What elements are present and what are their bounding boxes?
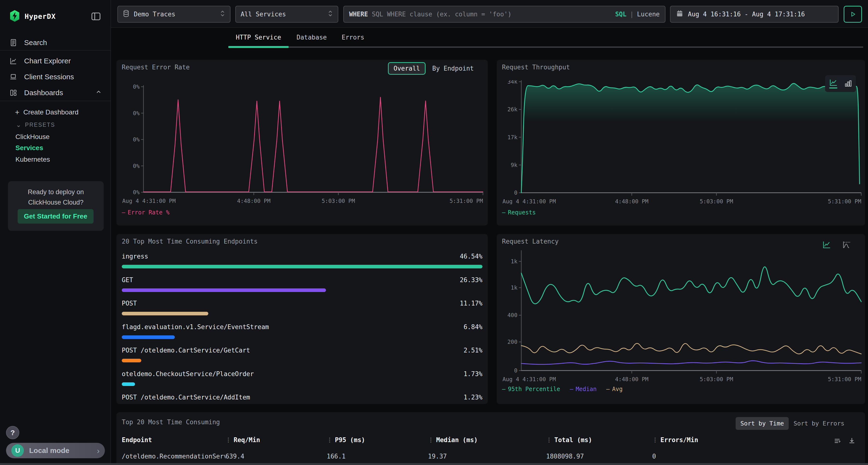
service-select[interactable]: All Services (235, 6, 338, 23)
svg-text:17k: 17k (507, 134, 518, 140)
run-query-button[interactable] (844, 6, 862, 23)
error-rate-chart[interactable]: 0%0%0%0%0%Aug 4 4:31:00 PM4:48:00 PM5:03… (122, 84, 484, 204)
svg-text:4:48:00 PM: 4:48:00 PM (237, 198, 270, 204)
where-placeholder: SQL WHERE clause (ex. column = 'foo') (372, 10, 512, 18)
legend-item[interactable]: —95th Percentile (502, 386, 560, 393)
chart-type-toolbar (825, 75, 856, 92)
get-started-button[interactable]: Get Started for Free (18, 209, 94, 224)
endpoints-list: ingress 46.54% GET 26.33% POST 11.17% fl… (122, 251, 483, 404)
create-dashboard-button[interactable]: + Create Dashboard (0, 106, 111, 119)
chart-explorer-icon (9, 57, 18, 65)
legend-dash-icon: — (122, 209, 125, 216)
svg-text:26k: 26k (507, 106, 518, 112)
preset-link-label: Kubernetes (16, 156, 50, 163)
panel-title: Top 20 Most Time Consuming (122, 419, 220, 426)
tab-errors[interactable]: Errors (342, 34, 364, 44)
preset-link-label: ClickHouse (16, 133, 50, 141)
database-icon (123, 10, 129, 19)
endpoint-bar (122, 312, 208, 315)
sidebar-item-chart-explorer[interactable]: Chart Explorer (0, 54, 111, 68)
sort-by-time-button[interactable]: Sort by Time (736, 417, 789, 430)
legend-item[interactable]: —Requests (502, 209, 536, 216)
mode-divider: | (630, 10, 633, 18)
table-header-cell[interactable]: ⋮Total (ms) (546, 436, 652, 443)
latency-chart[interactable]: 1k1k4002000Aug 4 4:31:00 PM4:48:00 PM5:0… (502, 248, 864, 383)
lucene-mode-toggle[interactable]: Lucene (637, 10, 660, 18)
table-header-cell[interactable]: Endpoint (122, 436, 225, 443)
select-updown-icon (328, 9, 333, 19)
sidebar-item-search[interactable]: Search (0, 36, 111, 49)
sql-mode-toggle[interactable]: SQL (615, 10, 626, 18)
table-header-cell[interactable]: ⋮Median (ms) (428, 436, 546, 443)
local-mode-button[interactable]: U Local mode › (6, 443, 105, 458)
legend-dash-icon: — (606, 386, 610, 393)
svg-text:0%: 0% (133, 163, 140, 169)
endpoint-bar (122, 383, 135, 386)
sidebar-item-dashboards[interactable]: Dashboards (0, 86, 111, 100)
throughput-chart[interactable]: 34k26k17k9k0Aug 4 4:31:00 PM4:48:00 PM5:… (502, 80, 864, 204)
bar-chart-toggle-button[interactable] (844, 80, 852, 88)
where-input[interactable]: WHERE SQL WHERE clause (ex. column = 'fo… (343, 6, 665, 23)
histogram-toggle-button[interactable] (842, 241, 851, 249)
endpoint-list-item[interactable]: POST /oteldemo.CartService/GetCart 2.51% (122, 345, 483, 369)
sidebar-item-kubernetes[interactable]: Kubernetes (0, 153, 111, 166)
endpoint-list-item[interactable]: POST /oteldemo.CartService/AddItem 1.23% (122, 392, 483, 404)
column-drag-icon[interactable]: ⋮ (327, 437, 333, 443)
sidebar-item-label: Client Sessions (24, 73, 74, 81)
presets-toggle[interactable]: ⌄ PRESETS (0, 119, 111, 131)
active-chart-type-indicator (829, 88, 837, 89)
overall-toggle-button[interactable]: Overall (388, 62, 426, 75)
endpoint-list-item[interactable]: flagd.evaluation.v1.Service/EventStream … (122, 322, 483, 345)
sidebar-item-client-sessions[interactable]: Client Sessions (0, 70, 111, 84)
tab-database[interactable]: Database (297, 34, 327, 44)
sidebar-divider (0, 101, 111, 101)
table-header-cell[interactable]: ⋮Req/Min (225, 436, 327, 443)
user-avatar: U (11, 444, 24, 457)
sort-by-errors-button[interactable]: Sort by Errors (789, 417, 849, 430)
svg-text:0%: 0% (133, 84, 140, 90)
tab-track-line (289, 46, 863, 48)
time-range-picker[interactable]: Aug 4 16:31:16 - Aug 4 17:31:16 (670, 6, 839, 23)
endpoint-list-item[interactable]: GET 26.33% (122, 275, 483, 299)
sidebar-collapse-icon[interactable] (91, 11, 101, 23)
endpoint-bar (122, 335, 175, 339)
column-drag-icon[interactable]: ⋮ (225, 437, 231, 443)
column-drag-icon[interactable]: ⋮ (428, 437, 434, 443)
column-drag-icon[interactable]: ⋮ (546, 437, 552, 443)
by-endpoint-toggle-button[interactable]: By Endpoint (432, 65, 474, 72)
endpoint-list-item[interactable]: ingress 46.54% (122, 251, 483, 275)
svg-text:5:31:00 PM: 5:31:00 PM (828, 198, 861, 204)
legend-item[interactable]: —Median (570, 386, 596, 393)
horizontal-scrollbar[interactable] (0, 463, 868, 465)
sidebar-item-clickhouse[interactable]: ClickHouse (0, 131, 111, 143)
source-select[interactable]: Demo Traces (117, 6, 230, 23)
panel-top-endpoints: 20 Top Most Time Consuming Endpoints ing… (117, 234, 488, 404)
svg-text:0%: 0% (133, 110, 140, 117)
download-icon[interactable] (848, 437, 856, 444)
endpoint-name: oteldemo.CheckoutService/PlaceOrder (122, 369, 254, 379)
legend-item[interactable]: —Error Rate % (122, 209, 169, 216)
dashboards-icon (9, 89, 18, 97)
endpoint-list-item[interactable]: POST 11.17% (122, 298, 483, 322)
app-title: HyperDX (25, 12, 56, 21)
sidebar-item-services[interactable]: Services (0, 142, 111, 154)
legend-label: Median (576, 386, 597, 393)
line-chart-toggle-button[interactable] (829, 79, 838, 89)
table-header-cell[interactable]: ⋮Errors/Min (652, 436, 857, 443)
svg-text:5:03:00 PM: 5:03:00 PM (322, 198, 355, 204)
column-settings-icon[interactable] (834, 437, 841, 444)
legend-label: Error Rate % (128, 209, 169, 216)
endpoint-list-item[interactable]: oteldemo.CheckoutService/PlaceOrder 1.73… (122, 369, 483, 393)
tab-http-service[interactable]: HTTP Service (236, 34, 281, 44)
table-row[interactable]: /oteldemo.RecommendationServ639.4166.119… (122, 453, 857, 460)
table-header-cell[interactable]: ⋮P95 (ms) (327, 436, 428, 443)
table-cell: 639.4 (225, 453, 327, 460)
column-drag-icon[interactable]: ⋮ (652, 437, 658, 443)
chevron-right-icon: › (97, 446, 100, 455)
column-label: Median (ms) (436, 436, 478, 443)
presets-label: PRESETS (25, 122, 55, 128)
line-chart-toggle-button[interactable] (822, 241, 831, 249)
help-button[interactable]: ? (6, 426, 19, 439)
endpoint-name: POST /oteldemo.CartService/GetCart (122, 345, 250, 355)
legend-item[interactable]: —Avg (606, 386, 623, 393)
